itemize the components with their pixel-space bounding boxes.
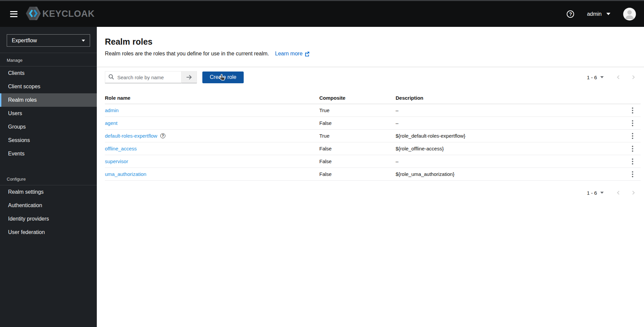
role-name-link[interactable]: uma_authorization: [105, 171, 146, 177]
sidebar-item-clients[interactable]: Clients: [0, 66, 97, 80]
col-composite: Composite: [319, 95, 396, 101]
nav-section-manage: Manage Clients Client scopes Realm roles…: [0, 53, 97, 160]
search-group: [105, 71, 197, 83]
chevron-left-icon: [616, 75, 621, 80]
realm-selector-value: Expertflow: [12, 38, 37, 44]
toolbar: Create role 1 - 6: [97, 67, 644, 83]
row-actions-kebab-button[interactable]: [626, 168, 639, 180]
sidebar-item-groups[interactable]: Groups: [0, 120, 97, 134]
page-subtitle: Realm roles are the roles that you defin…: [105, 51, 269, 57]
cell-role-name: default-roles-expertflow ?: [105, 133, 319, 139]
row-actions-kebab-button[interactable]: [626, 130, 639, 142]
main-content: Realm roles Realm roles are the roles th…: [97, 27, 644, 327]
cell-role-name: offline_access: [105, 146, 319, 151]
sidebar-item-label: Groups: [8, 124, 26, 130]
row-actions-kebab-button[interactable]: [626, 117, 639, 129]
keycloak-brand: KEYCLOAK: [26, 6, 95, 22]
row-actions-kebab-button[interactable]: [626, 143, 639, 155]
sidebar-item-users[interactable]: Users: [0, 107, 97, 120]
table-row: agent False –: [105, 117, 641, 130]
sidebar-item-realm-settings[interactable]: Realm settings: [0, 185, 97, 199]
sidebar-item-label: Events: [8, 151, 25, 157]
sidebar-item-sessions[interactable]: Sessions: [0, 134, 97, 147]
brand-title: KEYCLOAK: [42, 9, 95, 19]
cell-description: –: [396, 120, 626, 126]
table-row: uma_authorization False ${role_uma_autho…: [105, 168, 641, 181]
external-link-icon: [305, 51, 310, 56]
chevron-down-icon: [606, 13, 610, 15]
cell-description: ${role_default-roles-expertflow}: [396, 133, 626, 139]
col-description: Description: [396, 95, 626, 101]
page-header: Realm roles Realm roles are the roles th…: [97, 27, 644, 67]
help-circle-icon[interactable]: ?: [160, 133, 165, 138]
sidebar-item-label: Sessions: [8, 137, 30, 143]
pagination-range: 1 - 6: [587, 190, 597, 196]
sidebar-item-user-federation[interactable]: User federation: [0, 226, 97, 239]
table-row: offline_access False ${role_offline-acce…: [105, 142, 641, 155]
learn-more-link[interactable]: Learn more: [275, 51, 310, 57]
role-name-link[interactable]: admin: [105, 107, 119, 113]
next-page-button[interactable]: [626, 187, 641, 199]
row-actions-kebab-button[interactable]: [626, 104, 639, 116]
search-icon: [108, 74, 114, 81]
next-page-button[interactable]: [626, 71, 641, 83]
chevron-left-icon: [616, 190, 621, 195]
nav-section-title: Configure: [0, 172, 97, 185]
table-row: default-roles-expertflow ? True ${role_d…: [105, 130, 641, 142]
cell-composite: False: [319, 171, 396, 177]
sidebar-item-label: Realm roles: [8, 97, 37, 103]
nav-section-configure: Configure Realm settings Authentication …: [0, 172, 97, 239]
prev-page-button[interactable]: [611, 187, 626, 199]
table-row: supervisor False –: [105, 155, 641, 168]
sidebar-item-label: Client scopes: [8, 84, 40, 90]
hamburger-icon[interactable]: [10, 11, 17, 17]
per-page-menu[interactable]: 1 - 6: [587, 190, 604, 196]
chevron-down-icon: [600, 192, 604, 194]
col-role-name: Role name: [105, 95, 319, 101]
chevron-right-icon: [631, 75, 636, 80]
pagination-bottom: 1 - 6: [97, 181, 644, 199]
realm-selector[interactable]: Expertflow: [7, 34, 90, 47]
sidebar-item-label: Identity providers: [8, 216, 49, 222]
learn-more-label: Learn more: [275, 51, 303, 57]
avatar[interactable]: [623, 8, 636, 20]
username: admin: [587, 11, 602, 17]
sidebar-item-label: Authentication: [8, 202, 42, 208]
roles-table: Role name Composite Description admin Tr…: [105, 92, 641, 181]
help-icon[interactable]: ?: [567, 10, 574, 18]
cell-composite: False: [319, 120, 396, 126]
sidebar-item-label: User federation: [8, 229, 45, 235]
keycloak-logo-icon: [26, 6, 41, 22]
sidebar-item-events[interactable]: Events: [0, 147, 97, 160]
row-actions-kebab-button[interactable]: [626, 155, 639, 168]
sidebar-item-label: Realm settings: [8, 189, 44, 195]
chevron-down-icon: [600, 76, 604, 78]
sidebar-item-label: Clients: [8, 70, 25, 76]
role-name-link[interactable]: supervisor: [105, 158, 128, 164]
per-page-menu[interactable]: 1 - 6: [587, 75, 604, 80]
sidebar: Expertflow Manage Clients Client scopes …: [0, 27, 97, 327]
table-header-row: Role name Composite Description: [105, 92, 641, 104]
nav-section-title: Manage: [0, 53, 97, 66]
chevron-down-icon: [82, 40, 85, 42]
role-name-link[interactable]: default-roles-expertflow: [105, 133, 157, 139]
chevron-right-icon: [631, 190, 636, 195]
sidebar-item-identity-providers[interactable]: Identity providers: [0, 212, 97, 226]
create-role-button[interactable]: Create role: [202, 72, 244, 83]
arrow-right-icon: [186, 75, 193, 80]
search-submit-button[interactable]: [182, 71, 197, 83]
role-name-link[interactable]: offline_access: [105, 146, 137, 151]
page-title: Realm roles: [105, 37, 636, 47]
pagination-range: 1 - 6: [587, 75, 597, 80]
sidebar-item-client-scopes[interactable]: Client scopes: [0, 80, 97, 93]
cell-composite: True: [319, 133, 396, 139]
sidebar-item-realm-roles[interactable]: Realm roles: [0, 93, 97, 107]
prev-page-button[interactable]: [611, 71, 626, 83]
role-name-link[interactable]: agent: [105, 120, 118, 126]
person-icon: [623, 8, 636, 20]
search-input[interactable]: [105, 71, 182, 83]
pagination-top: 1 - 6: [587, 71, 641, 83]
table-row: admin True –: [105, 104, 641, 117]
sidebar-item-authentication[interactable]: Authentication: [0, 199, 97, 212]
user-menu[interactable]: admin: [587, 11, 610, 17]
